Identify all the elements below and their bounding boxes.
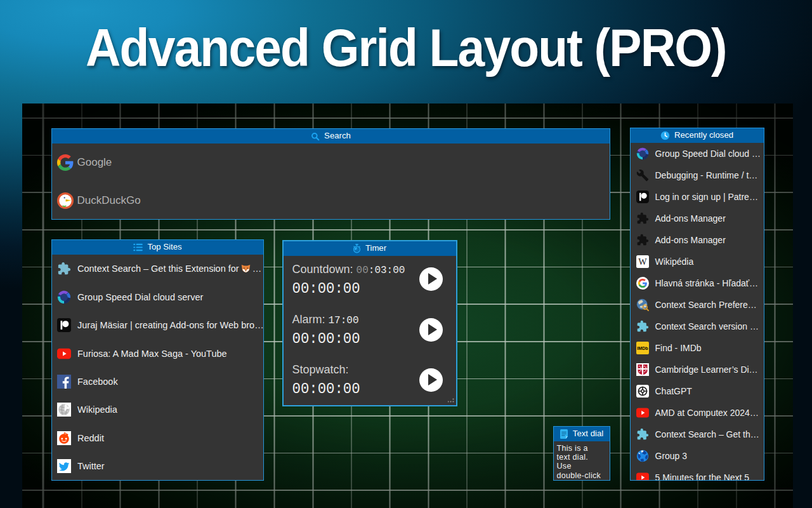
svg-text:IMDb: IMDb: [637, 346, 648, 351]
svg-text:W: W: [638, 257, 647, 267]
